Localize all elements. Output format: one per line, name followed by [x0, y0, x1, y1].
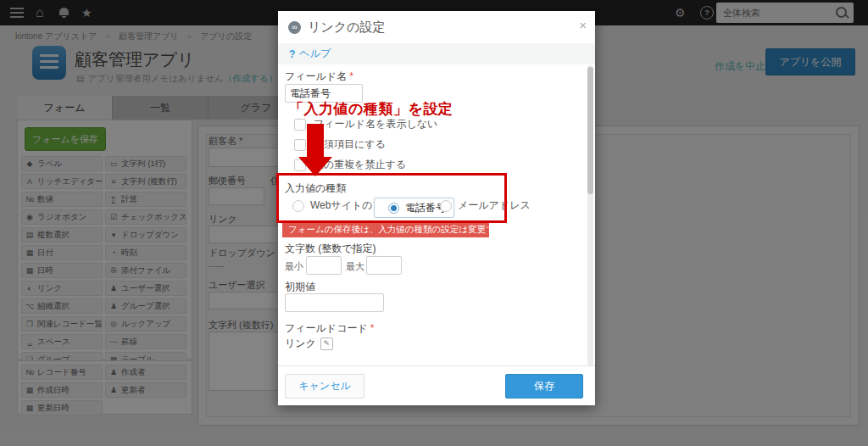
dialog-scrollbar[interactable]	[587, 65, 593, 366]
cancel-button[interactable]: キャンセル	[285, 374, 364, 399]
checkbox-label: フィールド名を表示しない	[314, 117, 437, 131]
field-name-label: フィールド名*	[285, 70, 353, 84]
help-question-icon: ?	[289, 48, 295, 60]
link-field-icon: ∞	[288, 21, 301, 34]
checkbox-required[interactable]: 必須項目にする	[287, 137, 386, 152]
checkbox-icon[interactable]	[294, 139, 306, 151]
field-code-row: リンク ✎	[285, 337, 333, 351]
max-label: 最大	[346, 260, 364, 273]
annotation-text: 「入力値の種類」を設定	[289, 99, 453, 119]
checkbox-label: 必須項目にする	[314, 137, 386, 152]
min-label: 最小	[285, 260, 303, 273]
edit-field-code-icon[interactable]: ✎	[320, 337, 333, 350]
save-button[interactable]: 保存	[505, 374, 583, 399]
warning-banner: フォームの保存後は、入力値の種類の設定は変更できません	[282, 221, 489, 237]
help-link-label: ヘルプ	[299, 47, 331, 61]
annotation-highlight-box	[276, 173, 507, 223]
max-input[interactable]	[366, 256, 402, 275]
checkbox-icon[interactable]	[294, 119, 306, 131]
min-input[interactable]	[306, 256, 342, 275]
scrollbar-thumb[interactable]	[587, 67, 593, 194]
dialog-footer: キャンセル 保存	[278, 365, 595, 405]
length-label: 文字数 (整数で指定)	[285, 242, 376, 256]
field-code-value: リンク	[285, 337, 316, 351]
annotation-arrow-icon	[307, 124, 324, 158]
dialog-title: リンクの設定	[308, 20, 385, 36]
default-value-input[interactable]	[285, 293, 384, 312]
dialog-header: ∞ リンクの設定 ×	[278, 11, 595, 43]
close-icon[interactable]: ×	[579, 18, 587, 32]
field-code-label: フィールドコード*	[285, 321, 374, 336]
default-value-label: 初期値	[285, 280, 315, 294]
help-link[interactable]: ? ヘルプ	[278, 43, 595, 64]
